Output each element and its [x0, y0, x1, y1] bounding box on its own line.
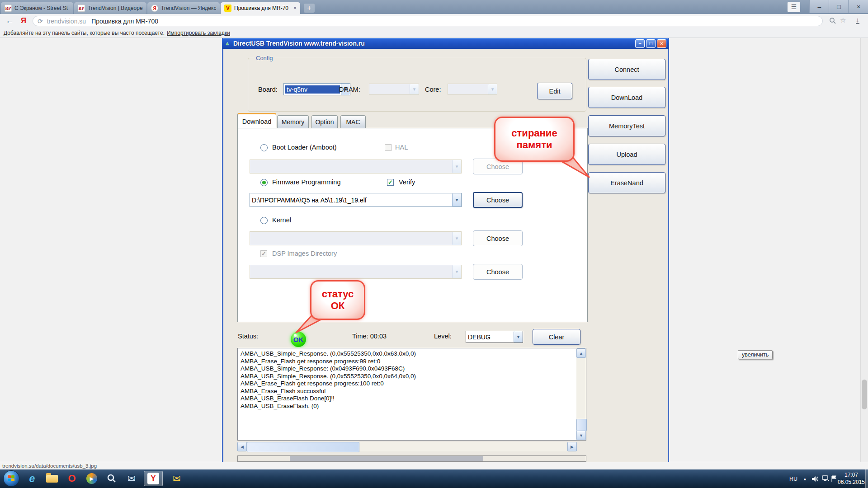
tab-close-icon[interactable]: ×: [293, 5, 297, 11]
log-hscroll-thumb[interactable]: [247, 442, 359, 452]
tray-action-center-flag-icon[interactable]: [831, 469, 837, 488]
downloads-icon[interactable]: ↓: [856, 16, 859, 24]
bp-favicon-icon: BP: [78, 5, 85, 12]
log-vscroll-thumb[interactable]: [576, 419, 587, 431]
callout-text: памяти: [517, 139, 552, 151]
firmware-path-select[interactable]: D:\ПРОГРАММА\Q5 на A5\1.19\1_19.elf ▾: [250, 193, 462, 207]
kernel-radio[interactable]: [260, 217, 268, 224]
chevron-down-icon[interactable]: ▾: [452, 193, 461, 206]
kernel-choose-button[interactable]: Choose: [473, 230, 523, 246]
level-label: Level:: [434, 333, 452, 340]
bookmarks-bar: Добавляйте на эту панель сайты, которые …: [0, 28, 868, 38]
dialog-close-button[interactable]: ×: [657, 39, 666, 48]
status-label: Status:: [238, 333, 258, 340]
log-line: AMBA_Erase_Flash succussful: [241, 388, 574, 395]
progress-bar-fill: [290, 456, 483, 462]
log-hscrollbar[interactable]: ◀ ▶: [237, 442, 577, 451]
back-icon[interactable]: ←: [5, 16, 14, 26]
erasenand-button[interactable]: EraseNand: [588, 172, 665, 193]
log-line: AMBA_USB_Simple_Response. (0,0x55525350,…: [241, 350, 574, 358]
log-lines: AMBA_USB_Simple_Response. (0,0x55525350,…: [241, 350, 574, 410]
edit-button[interactable]: Edit: [537, 83, 572, 99]
dsp-path-select: ▾: [250, 265, 462, 279]
log-vscrollbar[interactable]: ▲ ▼: [576, 348, 586, 440]
tray-language-indicator[interactable]: RU: [789, 469, 797, 488]
menu-icon[interactable]: ☰: [788, 2, 800, 12]
import-bookmarks-link[interactable]: Импортировать закладки: [167, 30, 230, 36]
bookmark-star-icon[interactable]: ☆: [840, 16, 846, 24]
scroll-left-icon[interactable]: ◀: [237, 442, 247, 451]
browser-tab-3[interactable]: Я TrendVision — Яндекс: [147, 2, 220, 14]
tab-memory[interactable]: Memory: [277, 115, 309, 128]
trendvision-favicon-icon: V: [224, 5, 231, 12]
chevron-down-icon[interactable]: ▾: [514, 331, 523, 343]
browser-tab-4-active[interactable]: V Прошивка для MR-70 ×: [221, 2, 300, 14]
taskbar-explorer-folder-icon[interactable]: [43, 471, 61, 486]
scroll-right-icon[interactable]: ▶: [567, 442, 577, 451]
firmware-label: Firmware Programming: [272, 178, 340, 186]
tray-expand-icon[interactable]: ▲: [803, 469, 807, 488]
taskbar-mail-icon[interactable]: ✉: [123, 471, 140, 486]
board-label: Board:: [258, 86, 278, 93]
browser-tab-1[interactable]: BP С Экраном - Street St: [1, 2, 73, 14]
tab-title: Прошивка для MR-70: [234, 5, 288, 11]
upload-button[interactable]: Upload: [588, 144, 665, 165]
boot-loader-radio[interactable]: [260, 144, 268, 151]
download-button[interactable]: DownLoad: [588, 87, 665, 108]
dialog-title-bar[interactable]: ▲ DirectUSB TrendVision www.trend-vision…: [222, 38, 669, 49]
taskbar-yandex-browser-icon[interactable]: Y: [144, 471, 163, 486]
scroll-up-icon[interactable]: ▲: [576, 348, 586, 358]
window-maximize-button[interactable]: □: [829, 0, 849, 13]
verify-checkbox[interactable]: ✓: [387, 179, 394, 186]
level-select[interactable]: DEBUG ▾: [466, 331, 523, 343]
tab-download[interactable]: Download: [237, 113, 276, 128]
boot-loader-label: Boot Loader (Amboot): [272, 144, 337, 151]
memorytest-button[interactable]: MemoryTest: [588, 115, 665, 136]
dialog-minimize-button[interactable]: –: [635, 39, 645, 48]
firmware-choose-button[interactable]: Choose: [473, 192, 523, 208]
taskbar-search-icon[interactable]: [103, 471, 120, 486]
scroll-down-icon[interactable]: ▼: [576, 431, 586, 440]
taskbar: e O ▶ ✉ Y ✉ RU ▲: [0, 469, 868, 488]
url-input[interactable]: ⟳ trendvision.su Прошивка для MR-700: [33, 16, 823, 26]
tab-mac[interactable]: MAC: [340, 115, 366, 128]
desktop: BP С Экраном - Street St BP TrendVision …: [0, 0, 868, 488]
log-output[interactable]: AMBA_USB_Simple_Response. (0,0x55525350,…: [237, 348, 586, 441]
tab-title: С Экраном - Street St: [14, 5, 68, 11]
start-button[interactable]: [3, 470, 19, 487]
page-scrollbar[interactable]: [860, 38, 868, 462]
taskbar-outlook-mail-icon[interactable]: ✉: [168, 471, 185, 486]
windows-logo-icon: [8, 475, 15, 482]
dram-select: ▾: [369, 84, 419, 95]
bp-favicon-icon: BP: [5, 5, 12, 12]
log-line: AMBA_Erase_Flash get response progress:9…: [241, 358, 574, 366]
clock-date: 06.05.2015: [837, 479, 865, 486]
tray-network-icon[interactable]: [822, 469, 830, 488]
tray-volume-icon[interactable]: [811, 469, 819, 488]
dsp-choose-button[interactable]: Choose: [473, 264, 523, 280]
connect-button[interactable]: Connect: [588, 59, 665, 80]
show-desktop-button[interactable]: [865, 469, 868, 488]
browser-tab-2[interactable]: BP TrendVision | Видеоре: [74, 2, 146, 14]
window-close-button[interactable]: ×: [848, 0, 868, 13]
reload-icon[interactable]: ⟳: [38, 18, 43, 25]
boot-loader-path-select: ▾: [250, 160, 462, 174]
taskbar-internet-explorer-icon[interactable]: e: [24, 471, 41, 486]
page-scrollbar-thumb[interactable]: [862, 380, 867, 409]
status-ok-callout: статус ОК: [310, 280, 365, 320]
dialog-maximize-button[interactable]: □: [646, 39, 656, 48]
new-tab-button[interactable]: +: [304, 4, 315, 13]
tab-title: TrendVision — Яндекс: [161, 5, 216, 11]
search-icon[interactable]: [829, 17, 836, 26]
tab-option[interactable]: Option: [311, 115, 338, 128]
taskbar-opera-icon[interactable]: O: [63, 471, 80, 486]
log-line: AMBA_USB_EraseFlash. (0): [241, 403, 574, 410]
yandex-browser-logo[interactable]: Я: [21, 16, 26, 25]
erase-memory-callout: стирание памяти: [494, 117, 575, 162]
firmware-radio[interactable]: [260, 179, 268, 186]
clear-button[interactable]: Clear: [533, 329, 580, 345]
status-link-url: trendvision.su/data/documents/usb_3.jpg: [2, 463, 97, 469]
taskbar-media-player-icon[interactable]: ▶: [83, 471, 100, 486]
window-minimize-button[interactable]: –: [809, 0, 829, 13]
tray-clock[interactable]: 17:07 06.05.2015: [837, 471, 865, 486]
